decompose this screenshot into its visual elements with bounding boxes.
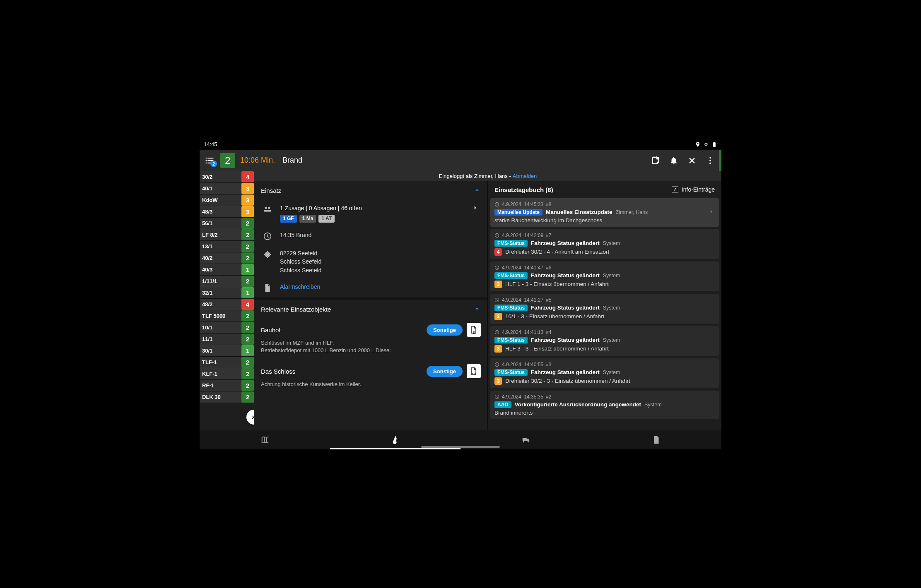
more-icon[interactable] bbox=[706, 156, 715, 165]
vehicle-status-badge: 2 bbox=[241, 218, 254, 229]
vehicle-item[interactable]: TLF 50002 bbox=[200, 310, 254, 322]
log-body-text: Brand innerorts bbox=[494, 410, 533, 416]
tab-map[interactable] bbox=[200, 430, 330, 449]
log-entry[interactable]: 4.9.2024, 14:42:09#7FMS-StatusFahrzeug S… bbox=[490, 229, 719, 259]
log-meta: 4.9.2024, 14:35:35#2 bbox=[494, 394, 715, 400]
log-timestamp: 4.9.2024, 14:35:35 bbox=[502, 394, 543, 400]
vehicle-item[interactable]: DLK 302 bbox=[200, 391, 254, 403]
log-status-badge: 3 bbox=[494, 313, 502, 320]
mission-panel[interactable]: Einsatz 1 Zusage | 0 Absagen | 46 offen … bbox=[254, 181, 488, 430]
vehicle-status-badge: 1 bbox=[241, 345, 254, 356]
log-tag: Manuelles Update bbox=[494, 209, 542, 216]
vehicle-name: TLF 5000 bbox=[202, 313, 225, 319]
bell-icon[interactable] bbox=[669, 156, 678, 165]
sidebar-expand-button[interactable]: » bbox=[246, 410, 254, 425]
tab-documents[interactable] bbox=[591, 430, 721, 449]
android-status-bar: 14:45 bbox=[200, 139, 721, 150]
login-banner: Eingeloggt als Zimmer, Hans - Abmelden bbox=[254, 171, 721, 181]
info-entries-toggle[interactable]: Info-Einträge bbox=[672, 186, 715, 193]
vehicle-item[interactable]: 11/12 bbox=[200, 334, 254, 345]
tablet-frame: 14:45 2 2 10:06 Min. Brand bbox=[179, 113, 742, 475]
vehicle-item[interactable]: 40/31 bbox=[200, 264, 254, 276]
vehicle-item[interactable]: 30/11 bbox=[200, 345, 254, 357]
vehicle-item[interactable]: 1/11/12 bbox=[200, 276, 254, 287]
vehicle-item[interactable]: 30/24 bbox=[200, 171, 254, 183]
close-icon[interactable] bbox=[687, 156, 697, 165]
log-meta: 4.9.2024, 14:40:55#3 bbox=[494, 362, 715, 367]
log-body-text: starke Rauchentwicklung im Dachgeschoss bbox=[494, 217, 602, 223]
clock-icon bbox=[494, 394, 499, 399]
log-entry[interactable]: 4.9.2024, 14:45:33#8Manuelles UpdateManu… bbox=[490, 198, 719, 227]
mission-list-badge: 2 bbox=[210, 161, 217, 167]
vehicle-status-badge: 2 bbox=[241, 334, 254, 345]
object-tag-button[interactable]: Sonstige bbox=[427, 366, 463, 377]
log-entry[interactable]: 4.9.2024, 14:35:35#2AAOVorkonfigurierte … bbox=[490, 391, 719, 419]
vehicle-status-badge: 2 bbox=[241, 380, 254, 391]
badge-at: 1 AT bbox=[318, 215, 335, 223]
vehicle-item[interactable]: RF-12 bbox=[200, 380, 254, 391]
log-timestamp: 4.9.2024, 14:41:27 bbox=[502, 297, 543, 303]
svg-point-1 bbox=[709, 160, 711, 161]
chevron-right-icon bbox=[708, 209, 715, 216]
log-author: System bbox=[603, 305, 620, 311]
vehicle-name: RF-1 bbox=[202, 382, 214, 389]
log-entry[interactable]: 4.9.2024, 14:41:27#5FMS-StatusFahrzeug S… bbox=[490, 294, 719, 324]
vehicle-item[interactable]: KdoW3 bbox=[200, 194, 254, 206]
section-objects-header[interactable]: Relevante Einsatzobjekte bbox=[254, 300, 487, 319]
add-note-icon[interactable] bbox=[651, 156, 660, 165]
vehicle-name: 30/1 bbox=[202, 348, 212, 354]
log-seq: #5 bbox=[546, 297, 551, 303]
vehicle-item[interactable]: TLF-12 bbox=[200, 357, 254, 368]
log-author: System bbox=[603, 273, 620, 278]
vehicle-item[interactable]: 56/12 bbox=[200, 218, 254, 229]
vehicle-sidebar: 30/2440/13KdoW348/3356/12LF 8/2213/1240/… bbox=[200, 171, 254, 430]
login-text: Eingeloggt als Zimmer, Hans - bbox=[439, 173, 511, 179]
vehicle-item[interactable]: 40/22 bbox=[200, 252, 254, 264]
object-name: Bauhof bbox=[261, 326, 281, 334]
mission-list-button[interactable]: 2 bbox=[204, 155, 215, 166]
vehicle-name: LF 8/2 bbox=[202, 232, 218, 238]
vehicle-item[interactable]: 48/33 bbox=[200, 206, 254, 218]
divider bbox=[254, 297, 487, 300]
time-row: 14:35 Brand bbox=[254, 227, 487, 245]
vehicle-item[interactable]: 32/11 bbox=[200, 287, 254, 299]
log-panel[interactable]: Einsatztagebuch (8) Info-Einträge 4.9.20… bbox=[488, 181, 721, 430]
vehicle-item[interactable]: 40/13 bbox=[200, 183, 254, 194]
log-title: Einsatztagebuch (8) bbox=[494, 186, 553, 193]
section-mission-header[interactable]: Einsatz bbox=[254, 181, 487, 200]
log-entry[interactable]: 4.9.2024, 14:41:13#4FMS-StatusFahrzeug S… bbox=[490, 326, 719, 356]
object-docs-button[interactable]: 12 bbox=[467, 364, 481, 378]
log-seq: #8 bbox=[546, 202, 551, 207]
log-entry-title: Manuelles Einsatzupdate bbox=[546, 209, 612, 215]
badge-ma: 1 Ma bbox=[299, 215, 316, 223]
alarm-doc-row[interactable]: Alarmschreiben bbox=[254, 278, 487, 297]
object-docs-button[interactable]: 5 bbox=[467, 323, 481, 337]
log-entry-title: Vorkonfigurierte Ausrückeordnung angewen… bbox=[515, 401, 641, 408]
log-author: System bbox=[603, 370, 620, 375]
android-home-indicator[interactable] bbox=[421, 446, 500, 448]
log-header: Einsatztagebuch (8) Info-Einträge bbox=[488, 181, 721, 198]
log-timestamp: 4.9.2024, 14:40:55 bbox=[502, 362, 543, 367]
mission-keyword: Brand bbox=[282, 156, 302, 165]
logout-link[interactable]: Abmelden bbox=[513, 173, 537, 179]
log-entry[interactable]: 4.9.2024, 14:40:55#3FMS-StatusFahrzeug S… bbox=[490, 358, 719, 388]
vehicle-item[interactable]: 48/24 bbox=[200, 299, 254, 310]
clock-icon bbox=[494, 265, 499, 270]
log-body-text: HLF 3 - 3 - Einsatz übernommen / Anfahrt bbox=[505, 346, 609, 352]
vehicle-item[interactable]: 13/12 bbox=[200, 241, 254, 252]
vehicle-item[interactable]: KLF-12 bbox=[200, 368, 254, 380]
vehicle-item[interactable]: 10/12 bbox=[200, 322, 254, 334]
time-value: 14:35 Brand bbox=[280, 232, 311, 238]
log-entry[interactable]: 4.9.2024, 14:41:47#6FMS-StatusFahrzeug S… bbox=[490, 262, 719, 291]
log-meta: 4.9.2024, 14:41:27#5 bbox=[494, 297, 715, 303]
alarm-doc-link[interactable]: Alarmschreiben bbox=[280, 283, 320, 290]
clock-icon bbox=[494, 202, 499, 207]
object-item: BauhofSonstige5Schlüssel im MZF und im H… bbox=[254, 319, 487, 360]
responses-row[interactable]: 1 Zusage | 0 Absagen | 46 offen 1 GF 1 M… bbox=[254, 200, 487, 227]
object-tag-button[interactable]: Sonstige bbox=[427, 324, 463, 336]
vehicle-status-badge: 3 bbox=[241, 206, 254, 217]
clock-icon bbox=[263, 231, 272, 241]
vehicle-item[interactable]: LF 8/22 bbox=[200, 229, 254, 241]
vehicle-status-badge: 1 bbox=[241, 287, 254, 298]
own-status-tile[interactable]: 2 bbox=[220, 153, 235, 168]
